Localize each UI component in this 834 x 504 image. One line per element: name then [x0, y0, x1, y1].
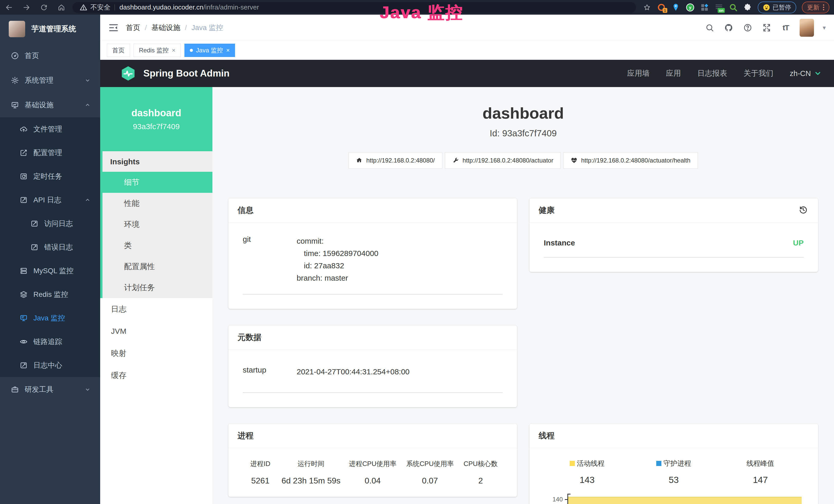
startup-timestamp: 2021-04-27T00:44:31.254+08:00 [297, 366, 503, 378]
url-host: dashboard.yudao.iocoder.cn [119, 3, 203, 11]
not-secure-warning-icon [79, 3, 88, 12]
omnibox-divider [114, 4, 115, 10]
browser-update-button[interactable]: 更新 [802, 2, 829, 13]
extension-pin-icon[interactable] [672, 3, 680, 12]
sidebar-item-file-management[interactable]: 文件管理 [0, 117, 100, 141]
sidebar-item-infrastructure[interactable]: 基础设施 [0, 93, 100, 117]
tab-java-monitor[interactable]: Java 监控 × [184, 44, 235, 57]
cpu-cores: 2 [459, 476, 503, 485]
bookmark-star-icon[interactable] [643, 3, 651, 12]
font-size-icon[interactable]: tT [781, 23, 791, 33]
close-icon[interactable]: × [172, 47, 175, 54]
process-card: 进程 进程ID 运行时间 进程CPU使用率 系统CPU使用率 CPU核心数 [228, 423, 517, 497]
profile-paused-pill[interactable]: 已暂停 [758, 2, 796, 13]
sidebar-item-access-logs[interactable]: 访问日志 [0, 212, 100, 235]
tab-redis-monitor[interactable]: Redis 监控 × [134, 44, 181, 57]
extension-green-circle-icon[interactable]: y [686, 3, 695, 12]
sba-item-caches[interactable]: 缓存 [100, 364, 213, 386]
process-card-title: 进程 [238, 430, 254, 441]
sidebar-item-trace[interactable]: 链路追踪 [0, 330, 100, 353]
sba-item-details[interactable]: 细节 [100, 172, 213, 193]
breadcrumb-infrastructure[interactable]: 基础设施 [152, 23, 180, 32]
tab-home[interactable]: 首页 [107, 44, 130, 57]
sidebar-item-redis-monitor[interactable]: Redis 监控 [0, 283, 100, 306]
sba-item-config-props[interactable]: 配置属性 [103, 256, 213, 277]
extension-magnifier-icon[interactable] [729, 3, 738, 12]
sidebar-collapse-icon[interactable] [108, 23, 119, 33]
update-label: 更新 [807, 3, 819, 12]
breadcrumb-separator: / [185, 24, 187, 32]
sidebar-item-mysql-monitor[interactable]: MySQL 监控 [0, 259, 100, 283]
monitor-icon [11, 101, 19, 109]
sba-nav-journal[interactable]: 日志报表 [697, 68, 727, 78]
sidebar-item-error-logs[interactable]: 错误日志 [0, 235, 100, 259]
sba-nav-wallboard[interactable]: 应用墙 [627, 68, 650, 78]
github-icon[interactable] [724, 23, 734, 33]
sidebar-item-api-logs[interactable]: API 日志 [0, 188, 100, 212]
svg-text:y: y [689, 5, 692, 10]
sba-brand-title[interactable]: Spring Boot Admin [143, 68, 229, 79]
extension-list-icon[interactable]: on [715, 3, 723, 12]
browser-forward-icon[interactable] [22, 3, 31, 12]
browser-back-icon[interactable] [5, 3, 13, 12]
chevron-up-icon [84, 197, 91, 203]
close-icon[interactable]: × [226, 47, 229, 54]
row-divider [243, 392, 503, 393]
sba-item-scheduled-tasks[interactable]: 计划任务 [103, 277, 213, 298]
browser-address-bar[interactable]: 不安全 dashboard.yudao.iocoder.cn/infra/adm… [72, 2, 636, 13]
extension-orange-icon[interactable]: 1 [657, 3, 666, 12]
admin-header: 首页 / 基础设施 / Java 监控 [100, 15, 834, 41]
actuator-url-button[interactable]: http://192.168.0.2:48080/actuator [445, 152, 561, 169]
browser-refresh-icon[interactable] [40, 3, 48, 12]
breadcrumb-current: Java 监控 [192, 23, 223, 32]
service-url-button[interactable]: http://192.168.0.2:48080/ [349, 152, 442, 169]
sba-item-jvm[interactable]: JVM [100, 320, 213, 342]
insights-group-label: Insights [103, 151, 213, 172]
fullscreen-icon[interactable] [762, 23, 772, 33]
sba-item-metrics[interactable]: 性能 [103, 193, 213, 214]
sidebar-item-config-management[interactable]: 配置管理 [0, 141, 100, 165]
breadcrumb-home[interactable]: 首页 [126, 23, 140, 32]
git-commit-details: commit: time: 1596289704000 id: 27aa832 … [297, 235, 503, 284]
status-badge: UP [793, 238, 804, 247]
health-instance-row: Instance UP [544, 235, 804, 247]
sba-nav-applications[interactable]: 应用 [666, 68, 681, 78]
live-threads-value: 143 [544, 475, 630, 485]
app-logo[interactable]: 芋道管理系统 [0, 15, 100, 43]
browser-menu-icon[interactable] [823, 4, 824, 10]
help-icon[interactable] [743, 23, 753, 33]
edit-square-icon [20, 148, 28, 157]
search-icon[interactable] [705, 23, 715, 33]
instance-links: http://192.168.0.2:48080/ http://192.168… [228, 152, 818, 169]
peak-threads-value: 147 [717, 475, 804, 485]
sba-item-mappings[interactable]: 映射 [100, 342, 213, 364]
extension-on-badge: on [718, 8, 725, 13]
extensions-puzzle-icon[interactable] [743, 3, 752, 12]
extension-grid-icon[interactable] [700, 3, 709, 12]
sba-nav-about[interactable]: 关于我们 [744, 68, 773, 78]
row-divider [544, 257, 804, 257]
health-card-title: 健康 [539, 205, 554, 216]
sidebar-item-scheduled-jobs[interactable]: 定时任务 [0, 165, 100, 188]
history-icon[interactable] [798, 205, 809, 215]
git-info-row: git commit: time: 1596289704000 id: 27aa… [243, 235, 503, 284]
user-avatar[interactable] [799, 19, 814, 37]
page-subtitle: Id: 93a3fc7f7409 [228, 128, 818, 139]
sba-navbar: Spring Boot Admin 应用墙 应用 日志报表 关于我们 zh-CN [100, 60, 834, 87]
health-url-button[interactable]: http://192.168.0.2:48080/actuator/health [563, 152, 698, 169]
sba-locale-selector[interactable]: zh-CN [790, 69, 822, 78]
sba-item-logs[interactable]: 日志 [100, 298, 213, 320]
sidebar-item-log-center[interactable]: 日志中心 [0, 353, 100, 377]
app-title: 芋道管理系统 [31, 24, 76, 34]
sidebar-item-system-management[interactable]: 系统管理 [0, 68, 100, 93]
url-text: dashboard.yudao.iocoder.cn/infra/admin-s… [119, 3, 259, 11]
user-menu-caret-icon[interactable]: ▾ [823, 24, 826, 31]
instance-name: dashboard [131, 108, 181, 119]
sba-content: dashboard Id: 93a3fc7f7409 http://192.16… [213, 87, 834, 504]
sidebar-item-dev-tools[interactable]: 研发工具 [0, 377, 100, 402]
browser-home-icon[interactable] [57, 3, 66, 12]
sba-item-environment[interactable]: 环境 [103, 214, 213, 235]
sidebar-item-java-monitor[interactable]: Java 监控 [0, 306, 100, 330]
sba-item-classes[interactable]: 类 [103, 235, 213, 256]
sidebar-item-home[interactable]: 首页 [0, 43, 100, 68]
